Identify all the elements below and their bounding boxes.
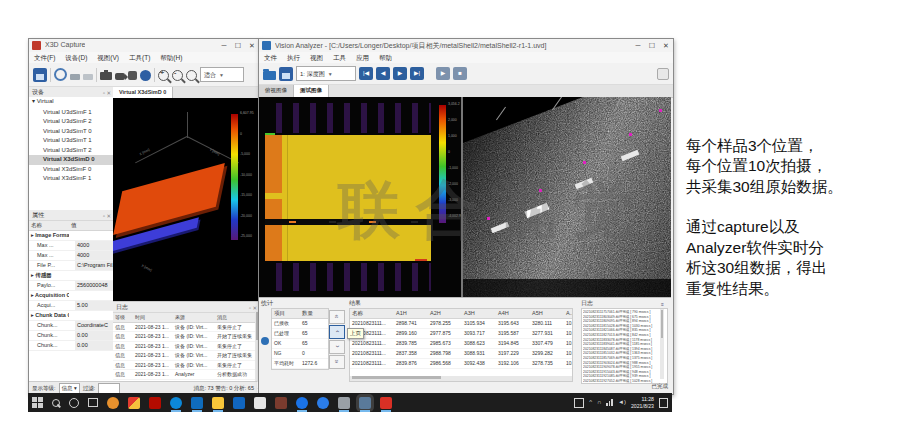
pdf-app-icon[interactable] [149,397,161,409]
property-value[interactable] [69,231,113,240]
active-window-icon[interactable] [359,397,371,409]
notes-icon[interactable] [338,397,350,409]
property-value[interactable] [69,291,113,300]
view-select[interactable]: 1: 深度图▼ [296,66,356,81]
first-frame-button[interactable]: |◀ [359,67,373,80]
explorer-icon[interactable] [212,397,224,409]
close-button[interactable]: ✕ [659,39,673,52]
menu-item[interactable]: 文件(F) [29,52,60,63]
property-value[interactable]: 5.00 [75,301,113,310]
zoom-in-icon[interactable]: + [158,70,169,81]
property-row[interactable]: Acqui... 5.00 [29,301,113,311]
minimize-button[interactable]: ─ [217,39,231,52]
menu-item[interactable]: 帮助 [374,52,397,63]
menu-item[interactable]: 执行 [282,52,305,63]
tray-expand-icon[interactable]: ^ [589,393,592,412]
clock[interactable]: 11:28 2021/8/23 [631,396,654,410]
property-row[interactable]: ▸ Chunk Data Control [29,311,113,321]
red-app-icon[interactable] [380,397,392,409]
next-frame-button[interactable]: ▶ [393,67,407,80]
refresh-icon[interactable] [54,68,67,81]
capture-3d-view[interactable]: X [mm] Y [mm] X [mm] 6,607.950-5,000-10,… [113,98,259,301]
stats-row[interactable]: OK 65 [272,339,328,349]
menu-item[interactable]: 文件 [259,52,282,63]
property-row[interactable]: Paylo... 2560000048 [29,281,113,291]
result-row[interactable]: 20210823111... 2899.160 2977.875 3093.71… [350,329,572,339]
property-row[interactable]: Chunk... 0.00 [29,331,113,341]
log-row[interactable]: 信息 2021-08-23 1... 设备 (ID: Virt... 采集停止了 [113,323,259,333]
property-value[interactable]: 2560000048 [75,281,113,290]
filter-input[interactable] [98,383,120,394]
device-tree-root[interactable]: ▾ Virtual [29,98,113,107]
stop-button[interactable]: ■ [453,67,467,80]
level-select[interactable]: 信息 ▾ [59,383,80,394]
tab-test-image[interactable]: 测试图像 [294,85,329,97]
device-tree-item[interactable]: Virtual U3dSimF 2 [29,117,113,127]
cortana-icon[interactable] [69,398,79,408]
app-icon-dark[interactable] [275,397,287,409]
disconnect-icon[interactable] [83,74,93,80]
stats-row[interactable]: 已处理 65 [272,329,328,339]
stats-row[interactable]: 平均耗时 1272.6 [272,359,328,369]
device-tree[interactable]: ▾ Virtual Virtual U3dSimF 0Virtual U3dSi… [29,98,113,198]
minimize-button[interactable]: ─ [631,39,645,52]
analyzer-log-list[interactable]: 20210823111757061-处理完成 [ 790 msecs ]2021… [581,308,668,384]
network-icon[interactable] [606,399,613,406]
prev-frame-button[interactable]: ◀ [376,67,390,80]
panel-float-icon[interactable]: ▫ ✕ [103,211,111,221]
results-hscrollbar[interactable] [350,376,572,381]
sort-icon[interactable]: ≡ [661,301,664,307]
log-row[interactable]: 信息 2021-08-23 1... 设备 (ID: Virt... 开始了连续… [113,351,259,361]
zoom-out-icon[interactable]: - [172,70,183,81]
eraser-icon[interactable] [254,397,266,409]
device-tree-item[interactable]: Virtual U3dSimT 2 [29,146,113,156]
open-icon[interactable] [263,71,276,80]
heatmap-view[interactable]: 3,056.22,0001,0000-1,000-2,000-3,000-4,0… [259,97,461,297]
mail-icon[interactable] [191,397,203,409]
save-icon[interactable] [33,68,47,82]
property-row[interactable]: ▸ Acquisition Control [29,291,113,301]
browser2-icon[interactable] [317,397,329,409]
log-row[interactable]: 信息 2021-08-23 1... 设备 (ID: Virt... 采集停止了 [113,361,259,371]
device-tree-item[interactable]: Virtual X3dSimD 0 [29,155,113,165]
menu-item[interactable]: 视图 [305,52,328,63]
maximize-button[interactable]: ☐ [645,39,659,52]
volume-icon[interactable]: ◄) [618,393,626,412]
device-tree-item[interactable]: Virtual X3dSimF 0 [29,165,113,175]
view-tab[interactable]: Virtual X3dSimD 0 [113,87,173,98]
device-tree-item[interactable]: Virtual U3dSimT 1 [29,136,113,146]
property-value[interactable]: C:\Program Fil... [75,261,113,270]
maximize-button[interactable]: ☐ [231,39,245,52]
menu-item[interactable]: 工具 [328,52,351,63]
log-row[interactable]: 信息 2021-08-23 1... 设备 (ID: Virt... 采集停止了 [113,342,259,352]
taskbar[interactable]: ^ ∩ ◄) 11:28 2021/8/23 [28,393,672,412]
connect-icon[interactable] [70,74,80,80]
play-button[interactable]: ▶ [436,67,450,80]
app-icon-orange[interactable] [107,397,119,409]
first-page-button[interactable]: « [329,310,345,324]
property-row[interactable]: File P... C:\Program Fil... [29,261,113,271]
stats-row[interactable]: 已接收 65 [272,319,328,329]
zoom-fit-icon[interactable] [186,70,197,81]
menu-item[interactable]: 应用 [351,52,374,63]
taskview-icon[interactable] [88,398,98,407]
result-row[interactable]: 20210823111... 2839.876 2986.568 3092.43… [350,359,572,369]
tab-top-image[interactable]: 俯视图像 [259,85,294,97]
result-row[interactable]: 20210823111... 2839.785 2985.673 3088.62… [350,339,572,349]
last-frame-button[interactable]: ▶| [410,67,424,80]
record-icon[interactable] [140,70,151,81]
analyzer-titlebar[interactable]: Vision Analyzer - [C:/Users/Longer/Deskt… [259,39,673,53]
property-value[interactable]: 4000 [75,241,113,250]
property-value[interactable] [69,311,113,320]
property-grid[interactable]: ▸ Image Format Control Max ... 4000 Max … [29,231,113,351]
device-tree-item[interactable]: Virtual U3dSimT 0 [29,127,113,137]
property-row[interactable]: Max ... 4000 [29,251,113,261]
outlook-icon[interactable] [233,397,245,409]
video-icon[interactable] [115,73,125,80]
grayscale-view[interactable] [463,97,671,297]
property-value[interactable] [69,271,113,280]
analyzer-log-scrollbar[interactable] [660,309,664,379]
last-page-button[interactable]: » [329,355,345,369]
edge-icon[interactable] [170,397,182,409]
panel-toggle-icon[interactable] [657,68,669,80]
